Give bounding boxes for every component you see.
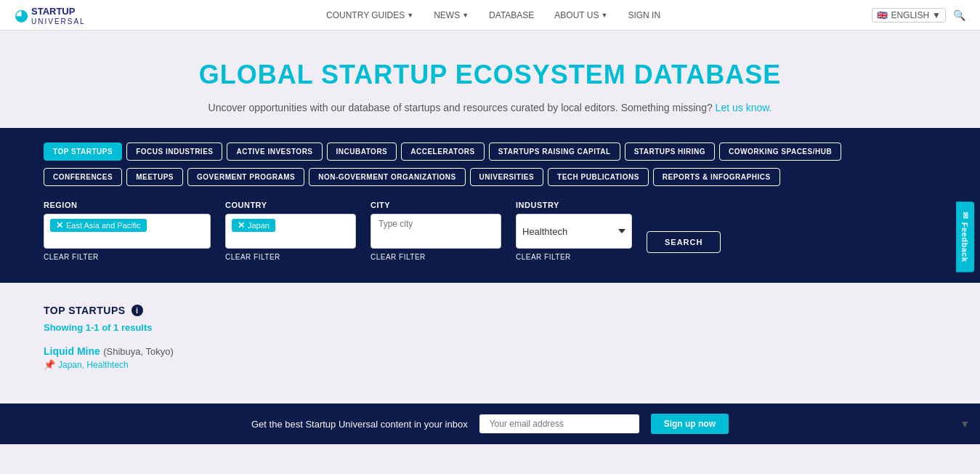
region-input-wrap[interactable]: ✕ East Asia and Pacific bbox=[44, 214, 211, 249]
logo[interactable]: ◕ STARTUP UNIVERSAL bbox=[15, 4, 86, 25]
results-title: TOP STARTUPS bbox=[44, 305, 126, 316]
tab-coworking[interactable]: COWORKING SPACES/HUB bbox=[719, 142, 841, 161]
region-tag-remove[interactable]: ✕ bbox=[56, 220, 63, 230]
city-input[interactable] bbox=[376, 217, 496, 230]
filter-row: REGION ✕ East Asia and Pacific CLEAR FIL… bbox=[44, 201, 936, 261]
tab-reports[interactable]: REPORTS & INFOGRAPHICS bbox=[653, 168, 780, 186]
showing-text: Showing 1-1 of 1 results bbox=[44, 322, 936, 333]
country-label: COUNTRY bbox=[225, 201, 356, 209]
chevron-down-icon: ▼ bbox=[601, 12, 607, 19]
tab-focus-industries[interactable]: FOCUS INDUSTRIES bbox=[126, 142, 222, 161]
industry-select[interactable]: Healthtech Fintech Edtech E-commerce AI … bbox=[516, 214, 632, 249]
region-tag: ✕ East Asia and Pacific bbox=[50, 219, 147, 232]
city-filter: CITY CLEAR FILTER bbox=[370, 201, 501, 261]
nav-database[interactable]: DATABASE bbox=[479, 0, 544, 31]
results-section: TOP STARTUPS i Showing 1-1 of 1 results … bbox=[0, 283, 980, 403]
chevron-down-icon: ▼ bbox=[932, 10, 941, 20]
tab-meetups[interactable]: MEETUPS bbox=[126, 168, 183, 186]
scroll-down-icon[interactable]: ▼ bbox=[960, 418, 970, 430]
logo-name: STARTUP bbox=[31, 6, 75, 17]
feedback-icon: ✉ bbox=[960, 212, 970, 219]
chevron-down-icon: ▼ bbox=[462, 12, 469, 19]
country-input-wrap[interactable]: ✕ Japan bbox=[225, 214, 356, 249]
nav-country-guides[interactable]: COUNTRY GUIDES ▼ bbox=[316, 0, 424, 31]
result-name[interactable]: Liquid Mine bbox=[44, 345, 100, 357]
navbar: ◕ STARTUP UNIVERSAL COUNTRY GUIDES ▼ NEW… bbox=[0, 0, 980, 31]
footer-newsletter: Get the best Startup Universal content i… bbox=[0, 403, 980, 444]
result-location: (Shibuya, Tokyo) bbox=[103, 346, 174, 357]
tab-incubators[interactable]: INCUBATORS bbox=[327, 142, 397, 161]
info-icon: i bbox=[131, 305, 143, 316]
pin-icon: 📌 bbox=[44, 359, 55, 370]
industry-clear-filter[interactable]: CLEAR FILTER bbox=[516, 253, 632, 261]
region-clear-filter[interactable]: CLEAR FILTER bbox=[44, 253, 211, 261]
tab-gov-programs[interactable]: GOVERMENT PROGRAMS bbox=[187, 168, 304, 186]
tab-conferences[interactable]: CONFERENCES bbox=[44, 168, 122, 186]
language-selector[interactable]: 🇬🇧 ENGLISH ▼ bbox=[872, 8, 946, 23]
city-clear-filter[interactable]: CLEAR FILTER bbox=[370, 253, 501, 261]
industry-label: INDUSTRY bbox=[516, 201, 632, 209]
country-tag: ✕ Japan bbox=[232, 219, 275, 232]
search-button[interactable]: SEARCH bbox=[647, 231, 721, 253]
nav-right: 🇬🇧 ENGLISH ▼ 🔍 bbox=[872, 8, 965, 23]
tab-top-startups[interactable]: TOP STARTUPS bbox=[44, 142, 122, 161]
let-us-know-link[interactable]: Let us know. bbox=[716, 102, 772, 113]
email-input[interactable] bbox=[479, 414, 639, 433]
tab-startups-hiring[interactable]: STARTUPS HIRING bbox=[625, 142, 715, 161]
region-label: REGION bbox=[44, 201, 211, 209]
city-label: CITY bbox=[370, 201, 501, 209]
tab-tech-publications[interactable]: TECH PUBLICATIONS bbox=[548, 168, 649, 186]
tabs-row-1: TOP STARTUPS FOCUS INDUSTRIES ACTIVE INV… bbox=[44, 142, 936, 161]
results-title-row: TOP STARTUPS i bbox=[44, 305, 936, 316]
feedback-tab[interactable]: ✉ Feedback bbox=[956, 201, 974, 272]
region-filter: REGION ✕ East Asia and Pacific CLEAR FIL… bbox=[44, 201, 211, 261]
tab-non-gov[interactable]: NON-GOVERMENT ORGANIZATIONS bbox=[309, 168, 465, 186]
hero-title: GLOBAL STARTUP ECOSYSTEM DATABASE bbox=[15, 60, 965, 90]
tab-universities[interactable]: UNIVERSITIES bbox=[470, 168, 543, 186]
country-filter: COUNTRY ✕ Japan CLEAR FILTER bbox=[225, 201, 356, 261]
nav-links: COUNTRY GUIDES ▼ NEWS ▼ DATABASE ABOUT U… bbox=[115, 0, 872, 31]
tabs-row-2: CONFERENCES MEETUPS GOVERMENT PROGRAMS N… bbox=[44, 168, 936, 186]
newsletter-text: Get the best Startup Universal content i… bbox=[251, 419, 468, 430]
nav-sign-in[interactable]: SIGN IN bbox=[617, 0, 671, 31]
city-input-wrap[interactable] bbox=[370, 214, 501, 249]
logo-icon: ◕ bbox=[15, 6, 28, 25]
country-clear-filter[interactable]: CLEAR FILTER bbox=[225, 253, 356, 261]
search-icon[interactable]: 🔍 bbox=[953, 9, 965, 21]
industry-filter: INDUSTRY Healthtech Fintech Edtech E-com… bbox=[516, 201, 632, 261]
nav-about-us[interactable]: ABOUT US ▼ bbox=[544, 0, 617, 31]
logo-sub: UNIVERSAL bbox=[31, 17, 86, 25]
result-tags: 📌 Japan, Healthtech bbox=[44, 359, 936, 370]
hero-subtitle: Uncover opportunities with our database … bbox=[15, 102, 965, 113]
nav-news[interactable]: NEWS ▼ bbox=[424, 0, 479, 31]
tab-accelerators[interactable]: ACCELERATORS bbox=[401, 142, 484, 161]
tab-startups-raising[interactable]: STARTUPS RAISING CAPITAL bbox=[489, 142, 620, 161]
tab-active-investors[interactable]: ACTIVE INVESTORS bbox=[227, 142, 322, 161]
country-tag-remove[interactable]: ✕ bbox=[238, 220, 245, 230]
filter-section: TOP STARTUPS FOCUS INDUSTRIES ACTIVE INV… bbox=[0, 128, 980, 283]
chevron-down-icon: ▼ bbox=[407, 12, 413, 19]
hero-section: GLOBAL STARTUP ECOSYSTEM DATABASE Uncove… bbox=[0, 31, 980, 128]
flag-icon: 🇬🇧 bbox=[877, 10, 888, 20]
signup-button[interactable]: Sign up now bbox=[651, 414, 729, 434]
result-item: Liquid Mine (Shibuya, Tokyo) 📌 Japan, He… bbox=[44, 345, 936, 370]
